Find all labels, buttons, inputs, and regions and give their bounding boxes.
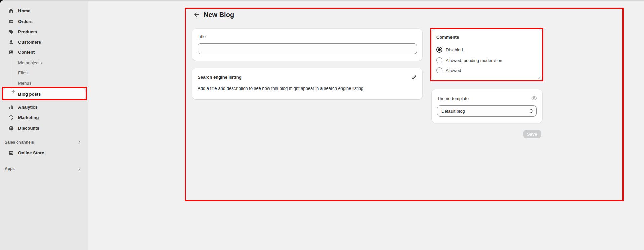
radio-selected-icon (436, 47, 442, 53)
section-label: Apps (5, 166, 15, 171)
back-button[interactable] (193, 11, 200, 19)
sidebar-item-label: Files (18, 70, 27, 75)
radio-unselected-icon (436, 57, 442, 63)
sidebar-item-orders[interactable]: Orders (3, 16, 86, 26)
customers-icon (9, 40, 14, 45)
title-input[interactable] (198, 43, 417, 54)
view-button[interactable] (531, 95, 538, 101)
sidebar-item-label: Blog posts (18, 92, 41, 97)
radio-option-allowed[interactable]: Allowed (436, 67, 461, 73)
back-arrow-icon (194, 12, 200, 18)
sidebar-item-label: Products (18, 29, 37, 34)
chevron-right-icon (78, 140, 81, 144)
section-label: Sales channels (5, 140, 34, 145)
sidebar-section-apps[interactable]: Apps (3, 164, 86, 174)
seo-card-description: Add a title and description to see how t… (198, 85, 406, 91)
sidebar-item-customers[interactable]: Customers (3, 37, 86, 47)
orders-icon (9, 19, 14, 24)
theme-template-selected-value: Default blog (441, 109, 465, 114)
sidebar-item-discounts[interactable]: Discounts (3, 123, 86, 133)
edit-seo-button[interactable] (411, 74, 417, 80)
page-title: New Blog (204, 11, 234, 19)
select-caret-icon (529, 108, 533, 114)
sidebar: Home Orders Products Customers (0, 1, 88, 250)
subnav-arrow-icon (9, 88, 16, 96)
products-icon (9, 29, 14, 34)
sidebar-item-analytics[interactable]: Analytics (3, 102, 86, 112)
sidebar-item-blog-posts[interactable]: Blog posts (3, 88, 86, 99)
sidebar-item-label: Marketing (18, 115, 39, 120)
content-icon (9, 50, 14, 55)
radio-label: Allowed, pending moderation (446, 58, 502, 63)
radio-label: Allowed (446, 68, 461, 73)
admin-frame: Home Orders Products Customers (0, 0, 644, 250)
theme-template-card: Theme template Default blog (432, 89, 542, 123)
sidebar-item-online-store[interactable]: Online Store (3, 148, 86, 158)
seo-card: Search engine listing Add a title and de… (192, 68, 422, 99)
comments-card-title: Comments (436, 35, 459, 40)
comments-card: Comments Disabled Allowed, pending moder… (432, 29, 542, 80)
pencil-icon (411, 74, 417, 80)
discounts-icon (9, 126, 14, 131)
sidebar-item-label: Discounts (18, 126, 39, 131)
resize-grip-icon (537, 76, 541, 79)
chevron-right-icon (78, 167, 81, 171)
sidebar-item-label: Metaobjects (18, 60, 42, 65)
sidebar-item-label: Home (18, 8, 30, 13)
seo-card-title: Search engine listing (198, 75, 242, 80)
theme-template-label: Theme template (437, 96, 469, 101)
sidebar-item-home[interactable]: Home (3, 6, 86, 16)
title-card: Title (192, 29, 422, 61)
sidebar-item-products[interactable]: Products (3, 27, 86, 37)
theme-template-select[interactable]: Default blog (437, 105, 537, 117)
sidebar-item-label: Analytics (18, 105, 38, 110)
sidebar-item-menus[interactable]: Menus (3, 78, 86, 88)
sidebar-item-metaobjects[interactable]: Metaobjects (3, 58, 86, 68)
radio-option-disabled[interactable]: Disabled (436, 47, 463, 53)
home-icon (9, 8, 14, 13)
sidebar-item-label: Menus (18, 81, 31, 86)
online-store-icon (9, 150, 14, 155)
sidebar-item-marketing[interactable]: Marketing (3, 112, 86, 122)
save-button[interactable]: Save (523, 130, 541, 138)
app-window: Home Orders Products Customers (0, 0, 644, 250)
eye-icon (531, 95, 538, 101)
sidebar-item-label: Customers (18, 40, 41, 45)
sidebar-item-label: Online Store (18, 150, 44, 155)
sidebar-section-sales-channels[interactable]: Sales channels (3, 137, 86, 147)
marketing-icon (9, 115, 14, 120)
radio-unselected-icon (436, 67, 442, 73)
sidebar-item-files[interactable]: Files (3, 68, 86, 78)
sidebar-item-label: Orders (18, 19, 33, 24)
sidebar-item-label: Content (18, 50, 35, 55)
title-field-label: Title (198, 34, 206, 39)
radio-option-allowed-pending-moderation[interactable]: Allowed, pending moderation (436, 57, 502, 63)
analytics-icon (9, 105, 14, 110)
sidebar-item-content[interactable]: Content (3, 47, 86, 57)
radio-label: Disabled (446, 47, 463, 52)
